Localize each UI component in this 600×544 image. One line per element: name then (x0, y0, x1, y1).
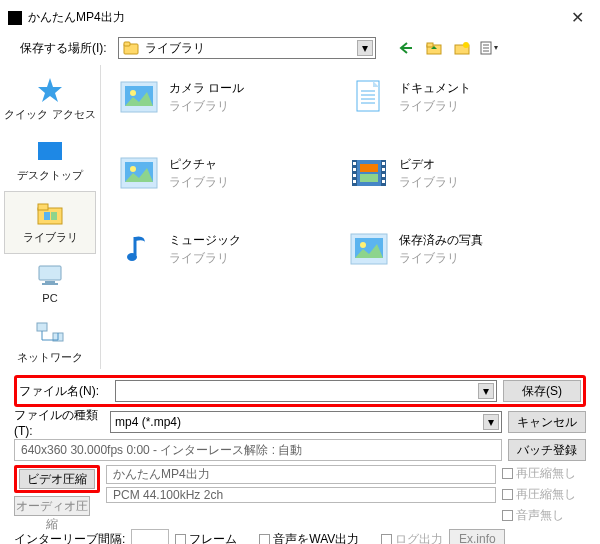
svg-rect-46 (360, 164, 378, 172)
svg-rect-13 (38, 204, 48, 210)
svg-rect-11 (38, 142, 62, 160)
sidebar-item-pc[interactable]: PC (0, 254, 100, 312)
ex-info-button[interactable]: Ex.info (449, 529, 505, 544)
new-folder-icon[interactable] (452, 39, 472, 57)
filetype-label: ファイルの種類(T): (14, 411, 104, 433)
sidebar-item-quickaccess[interactable]: クイック アクセス (0, 69, 100, 130)
app-icon (8, 11, 22, 25)
svg-point-48 (127, 253, 137, 261)
music-icon (119, 231, 159, 267)
file-item-music[interactable]: ミュージックライブラリ (119, 231, 319, 267)
filename-input[interactable]: ▾ (115, 380, 497, 402)
sidebar-item-label: デスクトップ (17, 168, 83, 183)
file-name: カメラ ロール (169, 80, 244, 97)
file-name: ビデオ (399, 156, 459, 173)
svg-rect-18 (42, 283, 58, 285)
svg-point-6 (463, 42, 469, 48)
dropdown-arrow-icon: ▾ (483, 414, 499, 430)
svg-rect-43 (382, 168, 385, 171)
file-name: ミュージック (169, 232, 241, 249)
svg-rect-15 (51, 212, 57, 220)
svg-rect-1 (124, 42, 130, 46)
document-icon (349, 79, 389, 115)
bottom-panel: ファイル名(N): ▾ 保存(S) ファイルの種類(T): mp4 (*.mp4… (0, 369, 600, 544)
desktop-icon (33, 136, 67, 166)
sidebar-item-libraries[interactable]: ライブラリ (4, 191, 96, 254)
svg-rect-38 (353, 162, 356, 165)
libraries-icon (123, 41, 139, 55)
file-sub: ライブラリ (169, 250, 241, 267)
back-icon[interactable] (396, 39, 416, 57)
sidebar-item-label: クイック アクセス (4, 107, 95, 122)
file-list[interactable]: カメラ ロールライブラリ ドキュメントライブラリ ピクチャライブラリ ビデオライ… (100, 65, 600, 369)
up-folder-icon[interactable] (424, 39, 444, 57)
titlebar: かんたんMP4出力 ✕ (0, 0, 600, 33)
svg-rect-4 (427, 43, 433, 47)
file-item-savedpictures[interactable]: 保存済みの写真ライブラリ (349, 231, 549, 267)
sidebar-item-label: ネットワーク (17, 350, 83, 365)
filename-label: ファイル名(N): (19, 380, 109, 402)
batch-register-button[interactable]: バッチ登録 (508, 439, 586, 461)
svg-rect-14 (44, 212, 50, 220)
svg-point-51 (360, 242, 366, 248)
highlight-filename-row: ファイル名(N): ▾ 保存(S) (14, 375, 586, 407)
pc-icon (33, 260, 67, 290)
interleave-input[interactable] (131, 529, 169, 544)
video-icon (349, 155, 389, 191)
sidebar-item-label: PC (42, 292, 57, 304)
network-icon (33, 318, 67, 348)
save-in-select[interactable]: ライブラリ ▾ (118, 37, 376, 59)
file-sub: ライブラリ (169, 98, 244, 115)
picture-icon (119, 155, 159, 191)
sidebar-item-label: ライブラリ (23, 230, 78, 245)
cancel-button[interactable]: キャンセル (508, 411, 586, 433)
sidebar-item-desktop[interactable]: デスクトップ (0, 130, 100, 191)
file-sub: ライブラリ (169, 174, 229, 191)
sidebar-item-network[interactable]: ネットワーク (0, 312, 100, 373)
no-recompress-checkbox[interactable]: 再圧縮無し (502, 465, 586, 482)
view-menu-icon[interactable] (480, 39, 500, 57)
filetype-value: mp4 (*.mp4) (115, 415, 181, 429)
wav-output-checkbox[interactable]: 音声をWAV出力 (259, 531, 359, 545)
file-sub: ライブラリ (399, 174, 459, 191)
svg-rect-35 (352, 160, 386, 186)
svg-point-26 (130, 90, 136, 96)
file-name: ピクチャ (169, 156, 229, 173)
filetype-select[interactable]: mp4 (*.mp4) ▾ (110, 411, 502, 433)
file-item-videos[interactable]: ビデオライブラリ (349, 155, 549, 191)
video-compress-button[interactable]: ビデオ圧縮 (19, 469, 95, 489)
close-button[interactable]: ✕ (565, 8, 590, 27)
log-output-checkbox[interactable]: ログ出力 (381, 531, 443, 545)
main-area: クイック アクセス デスクトップ ライブラリ PC ネットワーク カメラ ロール… (0, 65, 600, 369)
svg-rect-19 (37, 323, 47, 331)
no-audio-checkbox[interactable]: 音声無し (502, 507, 586, 524)
interleave-label: インターリーブ間隔: (14, 528, 125, 544)
file-item-documents[interactable]: ドキュメントライブラリ (349, 79, 549, 115)
places-sidebar: クイック アクセス デスクトップ ライブラリ PC ネットワーク (0, 65, 100, 369)
file-sub: ライブラリ (399, 250, 483, 267)
svg-rect-39 (353, 168, 356, 171)
audio-compress-button[interactable]: オーディオ圧縮 (14, 496, 90, 516)
dropdown-arrow-icon: ▾ (478, 383, 494, 399)
dropdown-arrow-icon: ▾ (357, 40, 373, 56)
svg-rect-40 (353, 174, 356, 177)
save-in-value: ライブラリ (145, 40, 205, 57)
file-name: ドキュメント (399, 80, 471, 97)
svg-point-34 (130, 166, 136, 172)
file-item-pictures[interactable]: ピクチャライブラリ (119, 155, 319, 191)
file-sub: ライブラリ (399, 98, 471, 115)
svg-rect-44 (382, 174, 385, 177)
interleave-frames-checkbox[interactable]: フレーム (175, 531, 237, 545)
no-recompress-checkbox-2[interactable]: 再圧縮無し (502, 486, 586, 503)
svg-rect-42 (382, 162, 385, 165)
save-in-label: 保存する場所(I): (20, 40, 112, 57)
save-in-row: 保存する場所(I): ライブラリ ▾ (0, 33, 600, 65)
encode-info: 640x360 30.000fps 0:00 - インターレース解除 : 自動 (14, 439, 502, 461)
svg-rect-16 (39, 266, 61, 280)
save-button[interactable]: 保存(S) (503, 380, 581, 402)
svg-rect-17 (45, 281, 55, 283)
svg-rect-41 (353, 180, 356, 183)
file-name: 保存済みの写真 (399, 232, 483, 249)
star-icon (33, 75, 67, 105)
file-item-cameraroll[interactable]: カメラ ロールライブラリ (119, 79, 319, 115)
